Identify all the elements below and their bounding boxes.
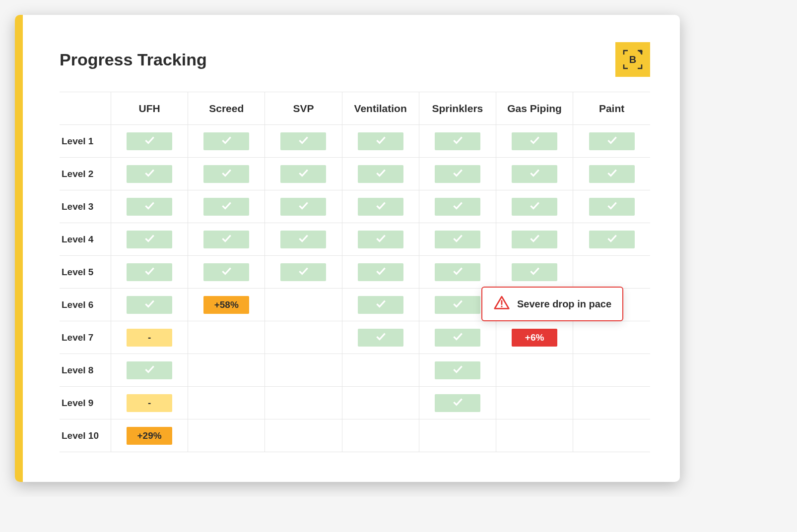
table-cell[interactable] (342, 419, 419, 452)
table-cell[interactable] (188, 158, 265, 190)
table-cell[interactable] (496, 419, 573, 452)
status-chip-progress[interactable]: +29% (127, 427, 172, 445)
table-cell[interactable]: +6% (496, 321, 573, 354)
table-cell[interactable] (342, 223, 419, 256)
table-cell[interactable] (342, 256, 419, 289)
status-chip-done[interactable] (358, 198, 403, 216)
table-cell[interactable] (496, 256, 573, 289)
status-chip-pending[interactable]: - (127, 394, 172, 412)
table-cell[interactable] (188, 419, 265, 452)
table-cell[interactable] (573, 256, 650, 289)
table-cell[interactable] (419, 256, 496, 289)
status-chip-progress[interactable]: +58% (203, 296, 249, 314)
status-chip-done[interactable] (589, 198, 635, 216)
table-cell[interactable] (573, 354, 650, 387)
table-cell[interactable] (419, 387, 496, 419)
table-cell[interactable] (419, 190, 496, 223)
table-cell[interactable] (573, 190, 650, 223)
table-cell[interactable] (188, 256, 265, 289)
table-cell[interactable] (265, 223, 342, 256)
status-chip-done[interactable] (127, 198, 172, 216)
status-chip-done[interactable] (280, 263, 326, 281)
status-chip-done[interactable] (127, 231, 172, 248)
status-chip-done[interactable] (358, 231, 403, 248)
table-cell[interactable] (419, 125, 496, 158)
status-chip-done[interactable] (127, 132, 172, 150)
table-cell[interactable]: +58% (188, 289, 265, 321)
status-chip-done[interactable] (358, 132, 403, 150)
status-chip-done[interactable] (512, 165, 557, 183)
brand-logo[interactable]: B + (615, 42, 650, 77)
table-cell[interactable] (111, 223, 188, 256)
table-cell[interactable] (342, 321, 419, 354)
alert-callout[interactable]: Severe drop in pace (481, 287, 623, 321)
status-chip-done[interactable] (512, 231, 557, 248)
table-cell[interactable] (419, 321, 496, 354)
status-chip-done[interactable] (512, 132, 557, 150)
table-cell[interactable] (265, 190, 342, 223)
status-chip-done[interactable] (280, 165, 326, 183)
table-cell[interactable] (573, 387, 650, 419)
status-chip-done[interactable] (435, 329, 480, 347)
table-cell[interactable] (573, 158, 650, 190)
table-cell[interactable] (496, 158, 573, 190)
table-cell[interactable] (265, 321, 342, 354)
table-cell[interactable] (496, 190, 573, 223)
table-cell[interactable] (188, 321, 265, 354)
status-chip-done[interactable] (358, 263, 403, 281)
table-cell[interactable] (496, 354, 573, 387)
table-cell[interactable] (342, 387, 419, 419)
status-chip-done[interactable] (127, 296, 172, 314)
table-cell[interactable] (419, 223, 496, 256)
status-chip-done[interactable] (358, 165, 403, 183)
status-chip-done[interactable] (127, 361, 172, 379)
table-cell[interactable] (111, 158, 188, 190)
status-chip-alert[interactable]: +6% (512, 329, 557, 347)
status-chip-done[interactable] (280, 132, 326, 150)
status-chip-done[interactable] (203, 165, 249, 183)
status-chip-done[interactable] (203, 132, 249, 150)
table-cell[interactable] (188, 190, 265, 223)
status-chip-done[interactable] (203, 263, 249, 281)
status-chip-done[interactable] (280, 231, 326, 248)
table-cell[interactable]: - (111, 387, 188, 419)
status-chip-done[interactable] (435, 198, 480, 216)
table-cell[interactable] (496, 125, 573, 158)
table-cell[interactable] (111, 289, 188, 321)
table-cell[interactable] (265, 125, 342, 158)
table-cell[interactable] (111, 256, 188, 289)
status-chip-done[interactable] (435, 394, 480, 412)
table-cell[interactable] (496, 387, 573, 419)
status-chip-done[interactable] (589, 132, 635, 150)
status-chip-done[interactable] (435, 296, 480, 314)
table-cell[interactable] (265, 256, 342, 289)
table-cell[interactable] (265, 419, 342, 452)
status-chip-done[interactable] (589, 165, 635, 183)
status-chip-done[interactable] (512, 198, 557, 216)
table-cell[interactable] (496, 223, 573, 256)
status-chip-done[interactable] (435, 132, 480, 150)
status-chip-done[interactable] (435, 231, 480, 248)
table-cell[interactable] (111, 190, 188, 223)
status-chip-pending[interactable]: - (127, 329, 172, 347)
status-chip-done[interactable] (358, 329, 403, 347)
table-cell[interactable] (265, 289, 342, 321)
status-chip-done[interactable] (435, 263, 480, 281)
status-chip-done[interactable] (435, 361, 480, 379)
status-chip-done[interactable] (358, 296, 403, 314)
table-cell[interactable]: - (111, 321, 188, 354)
table-cell[interactable] (342, 125, 419, 158)
table-cell[interactable] (188, 223, 265, 256)
status-chip-done[interactable] (127, 165, 172, 183)
table-cell[interactable] (188, 387, 265, 419)
table-cell[interactable] (419, 158, 496, 190)
table-cell[interactable] (342, 158, 419, 190)
table-cell[interactable]: +29% (111, 419, 188, 452)
status-chip-done[interactable] (203, 198, 249, 216)
status-chip-done[interactable] (127, 263, 172, 281)
table-cell[interactable] (419, 354, 496, 387)
table-cell[interactable] (111, 125, 188, 158)
table-cell[interactable] (188, 354, 265, 387)
table-cell[interactable] (265, 158, 342, 190)
table-cell[interactable] (573, 223, 650, 256)
